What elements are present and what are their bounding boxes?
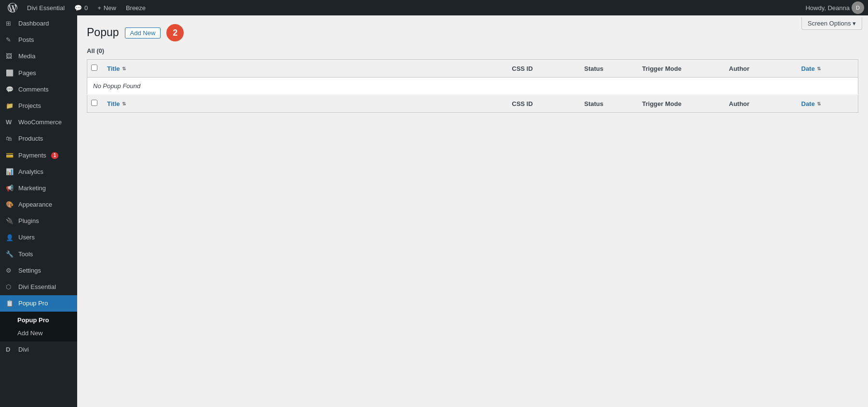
- sidebar-label-posts: Posts: [18, 36, 34, 44]
- th-checkbox: [87, 60, 102, 78]
- appearance-icon: 🎨: [6, 200, 14, 209]
- sort-arrows-date: ⇅: [817, 66, 821, 71]
- th-title: Title ⇅: [101, 60, 506, 78]
- add-new-button[interactable]: Add New: [125, 27, 161, 39]
- tfoot-date: Date ⇅: [796, 95, 858, 113]
- sort-title[interactable]: Title ⇅: [107, 65, 126, 72]
- sort-title-bottom[interactable]: Title ⇅: [107, 100, 126, 107]
- tfoot-title: Title ⇅: [101, 95, 506, 113]
- sidebar-label-plugins: Plugins: [18, 217, 39, 225]
- screen-options-button[interactable]: Screen Options ▾: [801, 17, 862, 30]
- sidebar-label-media: Media: [18, 52, 35, 61]
- tfoot-cssid: CSS ID: [506, 95, 579, 113]
- sidebar-item-products[interactable]: 🛍 Products: [0, 131, 77, 147]
- th-author: Author: [723, 60, 796, 78]
- sidebar-item-analytics[interactable]: 📊 Analytics: [0, 164, 77, 180]
- dashboard-icon: ⊞: [6, 19, 14, 28]
- products-icon: 🛍: [6, 134, 14, 143]
- sort-arrows-date-bottom: ⇅: [817, 101, 821, 106]
- sidebar-item-payments[interactable]: 💳 Payments 1: [0, 147, 77, 164]
- sidebar-label-products: Products: [18, 134, 43, 143]
- no-items-row: No Popup Found: [87, 78, 858, 95]
- page-title: Popup: [87, 26, 119, 40]
- sidebar-label-pages: Pages: [18, 69, 36, 78]
- woocommerce-icon: W: [6, 118, 14, 127]
- filter-all[interactable]: All (0): [87, 47, 104, 54]
- analytics-icon: 📊: [6, 168, 14, 176]
- projects-icon: 📁: [6, 102, 14, 110]
- no-items-message: No Popup Found: [87, 78, 858, 95]
- theme-link[interactable]: Breeze: [122, 0, 149, 15]
- sidebar-item-media[interactable]: 🖼 Media: [0, 48, 77, 65]
- comments-link[interactable]: 💬 0: [70, 0, 92, 15]
- sidebar-label-users: Users: [18, 233, 35, 242]
- sidebar-item-comments[interactable]: 💬 Comments: [0, 81, 77, 98]
- payments-badge: 1: [51, 152, 59, 159]
- sidebar-label-analytics: Analytics: [18, 168, 43, 176]
- sidebar-label-woocommerce: WooCommerce: [18, 118, 62, 127]
- sidebar-item-settings[interactable]: ⚙ Settings: [0, 263, 77, 279]
- main-content: Popup Add New 2 All (0): [77, 15, 868, 407]
- popup-pro-submenu: Popup Pro Add New: [0, 312, 77, 341]
- sidebar-item-posts[interactable]: ✎ Posts: [0, 32, 77, 48]
- tfoot-checkbox: [87, 95, 102, 113]
- sidebar-label-popup-pro: Popup Pro: [18, 299, 48, 308]
- sidebar-label-payments: Payments: [18, 151, 46, 160]
- admin-bar: Divi Essential 💬 0 + New Breeze Howdy, D…: [0, 0, 868, 15]
- tfoot-status: Status: [579, 95, 637, 113]
- sidebar-label-appearance: Appearance: [18, 200, 52, 209]
- popup-table: Title ⇅ CSS ID Status Trigger Mode Autho…: [87, 59, 858, 113]
- sidebar-label-divi: Divi: [18, 345, 29, 354]
- sidebar-item-plugins[interactable]: 🔌 Plugins: [0, 213, 77, 229]
- sidebar-label-dashboard: Dashboard: [18, 19, 49, 28]
- sidebar-label-comments: Comments: [18, 85, 49, 94]
- select-all-checkbox-bottom[interactable]: [91, 100, 97, 106]
- sidebar-label-settings: Settings: [18, 266, 41, 275]
- page-title-area: Popup Add New 2: [87, 24, 858, 41]
- new-content-link[interactable]: + New: [94, 0, 120, 15]
- sidebar-item-divi-essential[interactable]: ⬡ Divi Essential: [0, 279, 77, 295]
- filter-bar: All (0): [87, 47, 858, 54]
- sort-date-bottom[interactable]: Date ⇅: [801, 100, 821, 107]
- divi-icon: D: [6, 345, 14, 354]
- sidebar-item-appearance[interactable]: 🎨 Appearance: [0, 197, 77, 213]
- screen-options-wrap: Screen Options ▾: [796, 15, 868, 32]
- media-icon: 🖼: [6, 52, 14, 61]
- sidebar-item-tools[interactable]: 🔧 Tools: [0, 246, 77, 263]
- admin-menu: ⊞ Dashboard ✎ Posts 🖼 Media ⬜ Pages 💬 Co…: [0, 15, 77, 407]
- wp-logo[interactable]: [4, 0, 21, 15]
- users-icon: 👤: [6, 234, 14, 242]
- th-date: Date ⇅: [796, 60, 858, 78]
- sort-date[interactable]: Date ⇅: [801, 65, 821, 72]
- sort-arrows-title-bottom: ⇅: [122, 101, 126, 106]
- sidebar-item-marketing[interactable]: 📢 Marketing: [0, 180, 77, 197]
- th-cssid: CSS ID: [506, 60, 579, 78]
- sidebar-label-projects: Projects: [18, 102, 41, 110]
- sidebar-item-divi[interactable]: D Divi: [0, 341, 77, 358]
- submenu-item-popup-pro[interactable]: Popup Pro: [0, 314, 77, 327]
- settings-icon: ⚙: [6, 266, 14, 275]
- sort-arrows-title: ⇅: [122, 66, 126, 71]
- sidebar-item-pages[interactable]: ⬜ Pages: [0, 65, 77, 81]
- submenu-item-add-new[interactable]: Add New: [0, 327, 77, 340]
- site-name[interactable]: Divi Essential: [23, 0, 68, 15]
- sidebar-label-marketing: Marketing: [18, 184, 46, 193]
- th-status: Status: [579, 60, 637, 78]
- payments-icon: 💳: [6, 151, 14, 160]
- select-all-checkbox[interactable]: [91, 65, 97, 71]
- step-badge-2: 2: [166, 24, 184, 41]
- sidebar-item-dashboard[interactable]: ⊞ Dashboard: [0, 15, 77, 32]
- sidebar-item-projects[interactable]: 📁 Projects: [0, 98, 77, 114]
- sidebar-item-popup-pro[interactable]: 📋 Popup Pro: [0, 295, 77, 312]
- tools-icon: 🔧: [6, 250, 14, 259]
- sidebar-item-users[interactable]: 👤 Users: [0, 229, 77, 246]
- howdy-text: Howdy, Deanna: [805, 4, 850, 12]
- sidebar-item-woocommerce[interactable]: W WooCommerce: [0, 114, 77, 131]
- sidebar-label-tools: Tools: [18, 250, 33, 259]
- divi-essential-icon: ⬡: [6, 283, 14, 291]
- comments-icon: 💬: [6, 85, 14, 94]
- tfoot-author: Author: [723, 95, 796, 113]
- sidebar-label-divi-essential: Divi Essential: [18, 283, 56, 291]
- th-trigger: Trigger Mode: [637, 60, 723, 78]
- posts-icon: ✎: [6, 36, 14, 44]
